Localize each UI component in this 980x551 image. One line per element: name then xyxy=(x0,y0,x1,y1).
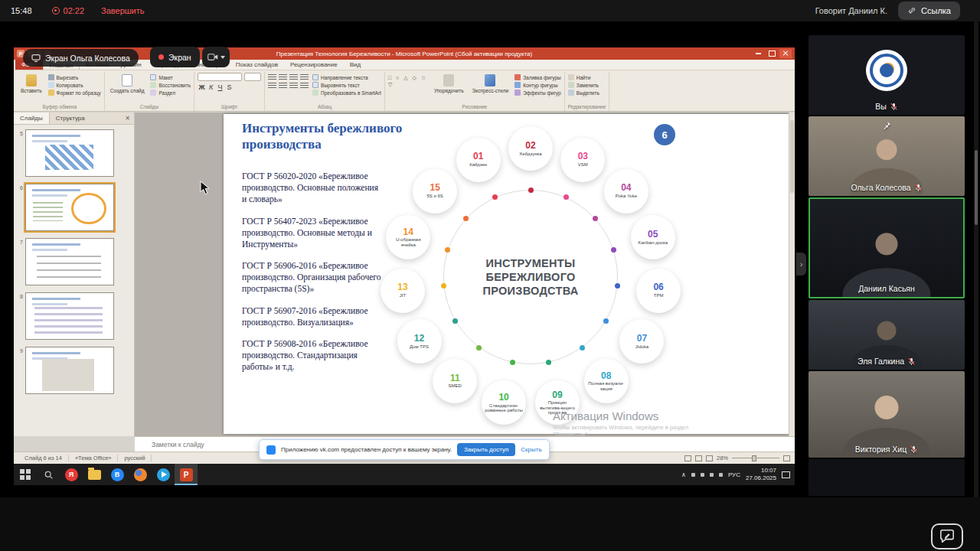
start-button[interactable] xyxy=(14,464,37,485)
slide-thumbnail-9[interactable]: 9 xyxy=(15,347,131,394)
layout-button[interactable]: Макет xyxy=(150,74,191,80)
font-size-box[interactable] xyxy=(244,73,261,81)
copy-button[interactable]: Копировать xyxy=(48,82,101,88)
tray-icon-3[interactable] xyxy=(710,473,714,477)
zoom-slider[interactable] xyxy=(732,458,779,459)
tray-icon-2[interactable] xyxy=(701,473,704,477)
tray-icon-1[interactable] xyxy=(691,473,695,477)
minimize-button[interactable] xyxy=(752,49,764,58)
hide-notification-button[interactable]: Скрыть xyxy=(521,446,541,453)
shadow-button[interactable]: S xyxy=(225,83,234,91)
align-right-icon[interactable] xyxy=(289,83,298,90)
section-button[interactable]: Раздел xyxy=(150,90,191,96)
participant-tile-1[interactable]: Вы xyxy=(808,35,965,115)
taskbar-telegram-icon[interactable] xyxy=(152,464,175,485)
action-center-icon[interactable] xyxy=(782,471,790,478)
camera-select-button[interactable] xyxy=(202,47,230,67)
taskbar-firefox-icon[interactable] xyxy=(129,464,152,485)
slide-thumbnail-8[interactable]: 8 xyxy=(15,292,131,340)
replace-button[interactable]: Заменить xyxy=(568,82,599,88)
arrange-button[interactable]: Упорядочить xyxy=(432,73,466,95)
bullets-icon[interactable] xyxy=(268,74,276,81)
ring-dot-10 xyxy=(510,360,515,365)
participant-tile-2[interactable]: Ольга Колесова xyxy=(808,116,965,196)
participant-tile-4[interactable]: Эля Галкина xyxy=(808,300,965,370)
slide-scrollbar[interactable] xyxy=(789,112,795,436)
tab-outline[interactable]: Структура xyxy=(50,112,91,124)
ribbon-tab-9[interactable]: Вид xyxy=(344,60,367,70)
participant-tile-partial[interactable] xyxy=(808,459,965,496)
sharing-active-icon xyxy=(158,54,164,60)
italic-button[interactable]: К xyxy=(207,83,215,91)
end-recording-button[interactable]: Завершить xyxy=(101,6,144,15)
shape-effects-button[interactable]: Эффекты фигур xyxy=(514,90,561,96)
page-scrollbar[interactable] xyxy=(974,21,978,497)
panel-close-icon[interactable]: ✕ xyxy=(125,115,130,122)
select-button[interactable]: Выделить xyxy=(568,90,599,96)
shapes-gallery[interactable]: □ ○ △ ◇ ☆ ▽ xyxy=(388,73,428,89)
taskbar-vk-icon[interactable]: В xyxy=(106,464,129,485)
slide-thumbnail-6[interactable]: 6 xyxy=(15,184,131,231)
spacing-icon[interactable] xyxy=(300,74,309,81)
copy-link-button[interactable]: Ссылка xyxy=(898,2,960,20)
quick-styles-button[interactable]: Экспресс-стили xyxy=(470,73,511,95)
cut-button[interactable]: Вырезать xyxy=(48,74,101,80)
ribbon-tab-7[interactable]: Показ слайдов xyxy=(230,60,284,70)
slideshow-view-icon[interactable] xyxy=(706,455,713,461)
maximize-button[interactable] xyxy=(766,49,778,58)
sidebar-collapse-handle[interactable]: › xyxy=(796,253,806,276)
ribbon-tab-8[interactable]: Рецензирование xyxy=(284,60,344,70)
shape-fill-button[interactable]: Заливка фигуры xyxy=(514,74,561,80)
participant-tile-3[interactable]: Даниил Касьян xyxy=(808,197,965,298)
diagram-item-06: 06TPM xyxy=(636,269,681,313)
bold-button[interactable]: Ж xyxy=(198,83,206,91)
align-left-icon[interactable] xyxy=(268,83,276,90)
search-button[interactable] xyxy=(37,464,60,485)
tray-icon-4[interactable] xyxy=(719,473,723,477)
screen-share-toggle[interactable]: Экран xyxy=(150,47,200,67)
align-text-button[interactable]: Выровнять текст xyxy=(312,82,381,88)
group-label-drawing: Рисование xyxy=(388,103,561,111)
current-slide[interactable]: Инструменты бережливого производства ГОС… xyxy=(224,114,789,434)
new-slide-button[interactable]: Создать слайд xyxy=(108,73,147,95)
participant-logo xyxy=(866,50,907,91)
group-label-slides: Слайды xyxy=(108,103,191,111)
mic-muted-icon xyxy=(907,357,916,366)
underline-button[interactable]: Ч xyxy=(216,83,224,91)
paste-button[interactable]: Вставить xyxy=(18,73,44,95)
thumbnail-number: 7 xyxy=(15,238,23,285)
participant-tile-5[interactable]: Виктория Хиц xyxy=(808,371,965,458)
indent-icon[interactable] xyxy=(289,74,298,81)
smartart-button[interactable]: Преобразовать в SmartArt xyxy=(312,90,381,96)
zoom-slider-thumb[interactable] xyxy=(752,455,756,461)
close-button[interactable] xyxy=(779,49,792,58)
align-center-icon[interactable] xyxy=(279,83,287,90)
find-button[interactable]: Найти xyxy=(568,74,599,80)
numbering-icon[interactable] xyxy=(279,74,287,81)
normal-view-icon[interactable] xyxy=(684,455,691,461)
tray-expand-icon[interactable]: ∧ xyxy=(681,471,686,478)
stop-sharing-button[interactable]: Закрыть доступ xyxy=(457,443,515,456)
scrollbar-thumb[interactable] xyxy=(790,120,794,193)
language-switcher[interactable]: РУС xyxy=(728,471,740,478)
group-label-font: Шрифт xyxy=(198,103,261,111)
chat-compose-fab[interactable] xyxy=(931,523,963,549)
font-name-box[interactable] xyxy=(198,73,242,81)
taskbar-clock[interactable]: 10:07 27.06.2025 xyxy=(746,467,776,482)
language-indicator[interactable]: русский xyxy=(118,455,152,461)
page-scrollbar-thumb[interactable] xyxy=(975,150,978,225)
reset-button[interactable]: Восстановить xyxy=(150,82,191,88)
text-direction-button[interactable]: Направление текста xyxy=(312,74,381,80)
sorter-view-icon[interactable] xyxy=(695,455,702,461)
shape-outline-button[interactable]: Контур фигуры xyxy=(514,82,561,88)
taskbar-explorer-icon[interactable] xyxy=(83,464,106,485)
slide-thumbnail-5[interactable]: 5 xyxy=(15,129,131,177)
fit-to-window-icon[interactable] xyxy=(783,455,790,461)
tab-slides[interactable]: Слайды xyxy=(14,112,50,124)
taskbar-powerpoint-icon[interactable]: P xyxy=(175,464,198,485)
taskbar-yandex-icon[interactable]: Я xyxy=(60,464,83,485)
slide-thumbnail-7[interactable]: 7 xyxy=(15,238,131,285)
format-painter-button[interactable]: Формат по образцу xyxy=(48,90,101,96)
smartart-icon xyxy=(312,90,318,96)
justify-icon[interactable] xyxy=(300,83,309,90)
